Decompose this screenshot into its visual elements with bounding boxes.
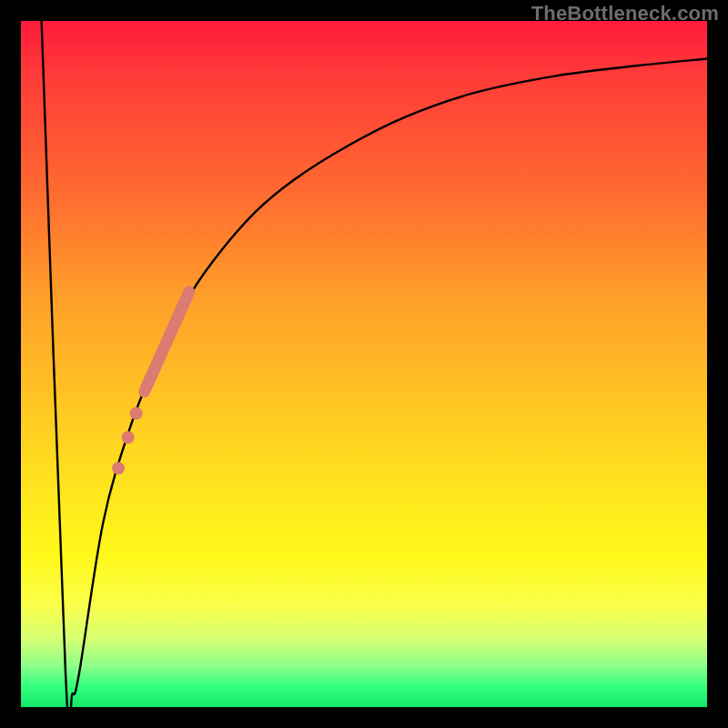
marker-dot <box>122 431 135 444</box>
plot-background <box>21 21 707 707</box>
marker-dot <box>112 462 125 475</box>
marker-dot <box>130 407 143 420</box>
watermark-text: TheBottleneck.com <box>531 2 719 25</box>
chart-svg <box>21 21 707 707</box>
chart-container: TheBottleneck.com <box>0 0 728 728</box>
bottleneck-curve <box>42 21 707 728</box>
marker-thick-segment <box>145 292 189 391</box>
marker-dots <box>112 407 143 474</box>
